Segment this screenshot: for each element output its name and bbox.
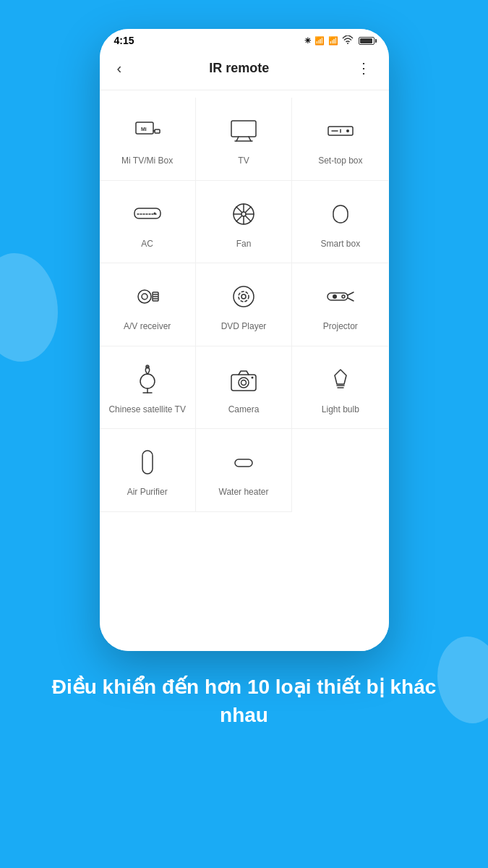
status-bar: 4:15 ✳ 📶 📶 — [100, 29, 389, 49]
tv-icon — [226, 114, 261, 148]
svg-rect-22 — [333, 205, 348, 223]
battery-icon — [359, 37, 374, 45]
status-time: 4:15 — [114, 35, 134, 46]
status-icons: ✳ 📶 📶 — [304, 35, 374, 46]
tv-label: TV — [238, 156, 249, 167]
app-header: ‹ IR remote ⋮ — [100, 49, 389, 90]
svg-point-40 — [239, 378, 249, 388]
svg-rect-5 — [231, 121, 256, 137]
satellite-tv-icon — [130, 362, 165, 397]
svg-text:Mi: Mi — [141, 127, 147, 132]
svg-rect-45 — [142, 451, 153, 474]
smart-box-icon — [323, 197, 358, 231]
av-receiver-label: A/V receiver — [124, 321, 171, 333]
svg-point-33 — [333, 294, 337, 299]
signal-icon2: 📶 — [328, 36, 338, 46]
device-item-ac[interactable]: AC — [100, 181, 196, 264]
av-receiver-icon — [130, 279, 165, 314]
back-button[interactable]: ‹ — [114, 57, 125, 80]
device-item-air-purifier[interactable]: Air Purifier — [100, 429, 196, 512]
water-heater-icon — [226, 445, 261, 480]
air-purifier-label: Air Purifier — [127, 487, 168, 498]
mi-tv-icon: Mi — [130, 114, 165, 148]
chinese-sat-tv-label: Chinese satellite TV — [108, 404, 186, 416]
camera-icon — [226, 362, 261, 397]
svg-line-6 — [236, 137, 239, 141]
svg-rect-13 — [134, 208, 160, 218]
air-purifier-icon — [130, 445, 165, 480]
phone-frame: 4:15 ✳ 📶 📶 ‹ IR remote ⋮ — [100, 29, 389, 651]
set-top-box-icon — [323, 114, 358, 148]
ac-label: AC — [141, 239, 153, 250]
svg-point-21 — [241, 212, 246, 216]
footer-heading: Điều khiển đến hơn 10 loại thiết bị khác… — [29, 673, 459, 729]
svg-point-29 — [234, 286, 254, 307]
wifi-icon — [342, 35, 354, 46]
projector-label: Projector — [323, 321, 358, 333]
svg-point-0 — [347, 43, 348, 44]
device-item-water-heater[interactable]: Water heater — [196, 429, 292, 512]
svg-point-42 — [251, 376, 253, 378]
dvd-player-icon — [226, 279, 261, 314]
device-item-av-receiver[interactable]: A/V receiver — [100, 263, 196, 346]
fan-icon — [226, 197, 261, 231]
svg-point-12 — [346, 129, 349, 132]
light-bulb-label: Light bulb — [322, 404, 359, 416]
signal-icon1: 📶 — [314, 36, 325, 46]
mi-tv-label: Mi TV/Mi Box — [121, 156, 173, 167]
water-heater-label: Water heater — [219, 487, 269, 498]
footer-text-container: Điều khiển đến hơn 10 loại thiết bị khác… — [0, 651, 488, 744]
projector-icon — [323, 279, 358, 314]
svg-point-34 — [342, 295, 345, 298]
fan-label: Fan — [236, 239, 252, 250]
svg-point-24 — [142, 294, 147, 299]
ac-icon — [130, 197, 165, 231]
svg-rect-46 — [235, 459, 252, 467]
smart-box-label: Smart box — [320, 239, 360, 250]
device-item-smart-box[interactable]: Smart box — [292, 181, 388, 264]
camera-label: Camera — [228, 404, 260, 416]
svg-rect-3 — [155, 129, 160, 133]
device-item-dvd-player[interactable]: DVD Player — [196, 263, 292, 346]
svg-point-31 — [239, 292, 249, 302]
light-bulb-icon — [323, 362, 358, 397]
bluetooth-icon: ✳ — [304, 36, 311, 46]
svg-line-7 — [249, 137, 251, 141]
svg-point-30 — [241, 294, 246, 299]
device-grid: Mi Mi TV/Mi Box — [100, 98, 389, 512]
device-item-mi-tv[interactable]: Mi Mi TV/Mi Box — [100, 98, 196, 181]
device-item-camera[interactable]: Camera — [196, 346, 292, 430]
svg-point-15 — [153, 212, 155, 214]
blob-left — [0, 253, 58, 362]
svg-point-41 — [241, 380, 246, 385]
device-item-fan[interactable]: Fan — [196, 181, 292, 264]
device-item-chinese-sat-tv[interactable]: Chinese satellite TV — [100, 346, 196, 430]
header-title: IR remote — [209, 61, 269, 76]
device-item-tv[interactable]: TV — [196, 98, 292, 181]
svg-point-23 — [138, 290, 151, 303]
device-item-projector[interactable]: Projector — [292, 263, 388, 346]
device-item-light-bulb[interactable]: Light bulb — [292, 346, 388, 430]
device-grid-container: Mi Mi TV/Mi Box — [100, 90, 389, 651]
dvd-player-label: DVD Player — [221, 321, 267, 333]
set-top-box-label: Set-top box — [318, 156, 362, 167]
more-button[interactable]: ⋮ — [354, 56, 374, 80]
svg-point-35 — [140, 374, 155, 388]
device-item-set-top-box[interactable]: Set-top box — [292, 98, 388, 181]
